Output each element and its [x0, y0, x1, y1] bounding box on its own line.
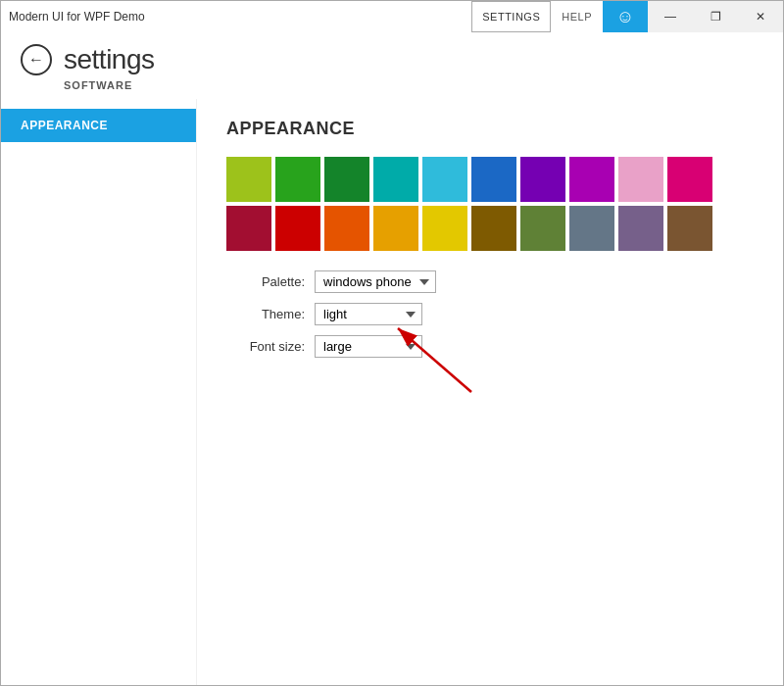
- color-swatch-1[interactable]: [275, 157, 320, 202]
- palette-row: Palette: windows phoneofficemetrocustom: [226, 270, 754, 293]
- color-swatch-3[interactable]: [373, 157, 418, 202]
- color-swatch-9[interactable]: [667, 157, 712, 202]
- color-swatch-5[interactable]: [471, 157, 516, 202]
- fontsize-select[interactable]: smallmediumlarge: [315, 335, 422, 358]
- fontsize-label: Font size:: [226, 339, 305, 354]
- appearance-panel: APPEARANCE Palette: windows phoneofficem…: [197, 99, 783, 685]
- palette-label: Palette:: [226, 274, 305, 289]
- settings-title: settings: [64, 44, 155, 75]
- color-swatch-19[interactable]: [667, 206, 712, 251]
- panel-title: APPEARANCE: [226, 119, 754, 139]
- close-button[interactable]: ✕: [738, 1, 783, 32]
- nav-settings[interactable]: SETTINGS: [471, 1, 551, 32]
- color-swatch-8[interactable]: [618, 157, 663, 202]
- color-swatch-12[interactable]: [324, 206, 369, 251]
- color-swatch-11[interactable]: [275, 206, 320, 251]
- theme-row: Theme: lightdark: [226, 303, 754, 325]
- color-swatch-0[interactable]: [226, 157, 271, 202]
- color-swatch-15[interactable]: [471, 206, 516, 251]
- nav-help[interactable]: HELP: [551, 1, 603, 32]
- color-swatches: [226, 157, 754, 251]
- settings-subtitle: SOFTWARE: [1, 79, 783, 91]
- window-controls: ☺ — ❐ ✕: [603, 1, 783, 32]
- color-swatch-10[interactable]: [226, 206, 271, 251]
- color-swatch-13[interactable]: [373, 206, 418, 251]
- title-bar-nav: SETTINGS HELP: [471, 1, 603, 32]
- title-bar: Modern UI for WPF Demo SETTINGS HELP ☺ —…: [1, 1, 783, 32]
- color-swatch-14[interactable]: [422, 206, 467, 251]
- restore-button[interactable]: ❐: [693, 1, 738, 32]
- color-swatch-6[interactable]: [520, 157, 565, 202]
- back-icon: ←: [28, 51, 44, 69]
- title-bar-left: Modern UI for WPF Demo: [9, 10, 471, 24]
- minimize-button[interactable]: —: [648, 1, 693, 32]
- theme-label: Theme:: [226, 307, 305, 321]
- sidebar: APPEARANCE: [1, 99, 197, 685]
- app-title: Modern UI for WPF Demo: [9, 10, 145, 24]
- color-swatch-2[interactable]: [324, 157, 369, 202]
- palette-select[interactable]: windows phoneofficemetrocustom: [315, 270, 436, 293]
- back-button[interactable]: ←: [21, 44, 52, 75]
- theme-select[interactable]: lightdark: [315, 303, 422, 325]
- smiley-icon: ☺: [616, 7, 634, 27]
- color-swatch-7[interactable]: [569, 157, 614, 202]
- color-swatch-16[interactable]: [520, 206, 565, 251]
- main-content: ← settings SOFTWARE APPEARANCE APPEARANC…: [1, 32, 783, 685]
- smiley-button[interactable]: ☺: [603, 1, 648, 32]
- fontsize-row: Font size: smallmediumlarge: [226, 335, 754, 358]
- sidebar-item-label: APPEARANCE: [21, 119, 108, 132]
- sidebar-item-appearance[interactable]: APPEARANCE: [1, 109, 196, 142]
- color-swatch-17[interactable]: [569, 206, 614, 251]
- settings-header: ← settings: [1, 32, 783, 79]
- content-layout: APPEARANCE APPEARANCE Palette: windows p…: [1, 99, 783, 685]
- color-swatch-4[interactable]: [422, 157, 467, 202]
- color-swatch-18[interactable]: [618, 206, 663, 251]
